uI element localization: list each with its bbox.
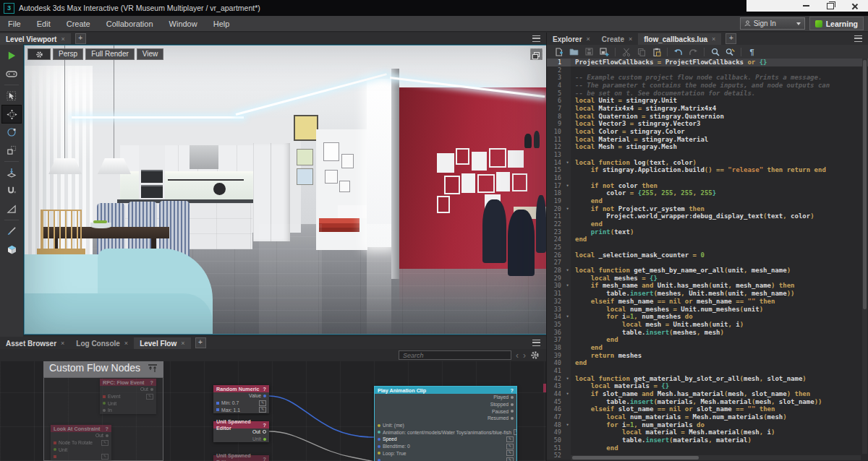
whitespace-toggle-button[interactable]: ¶ bbox=[747, 47, 757, 56]
pane-divider[interactable] bbox=[546, 33, 547, 461]
flow-node-play-animation-clip[interactable]: Play Animation Clip?PlayedStoppedPausedR… bbox=[374, 386, 517, 461]
test-level-button[interactable] bbox=[2, 65, 21, 82]
code-vscrollbar[interactable] bbox=[862, 59, 867, 454]
edit-value-icon[interactable]: ✎ bbox=[259, 407, 266, 413]
node-help-icon[interactable]: ? bbox=[263, 386, 266, 392]
flow-node-random-numeric[interactable]: Random Numeric?ValueMin: 0.7✎Max: 1.1✎ bbox=[213, 385, 269, 413]
edit-value-icon[interactable]: ✎ bbox=[506, 450, 514, 456]
panel-menu-icon[interactable] bbox=[532, 35, 540, 42]
tab-close-icon[interactable]: × bbox=[61, 340, 64, 347]
flow-node-unit-spawned-editor[interactable]: Unit Spawned Editor? bbox=[213, 455, 269, 461]
add-tab-button[interactable]: + bbox=[195, 337, 206, 348]
flow-settings-gear-icon[interactable] bbox=[530, 350, 540, 360]
drop-to-floor-tool[interactable] bbox=[2, 164, 21, 181]
flow-graph[interactable]: Custom Flow Nodes RPC: Flow Event?OutEve… bbox=[0, 361, 546, 461]
node-port[interactable] bbox=[103, 402, 106, 405]
node-port[interactable] bbox=[378, 452, 380, 454]
scale-tool[interactable] bbox=[2, 142, 21, 159]
node-help-icon[interactable]: ? bbox=[511, 387, 514, 394]
tab-close-icon[interactable]: × bbox=[61, 35, 64, 43]
tab-close-icon[interactable]: × bbox=[124, 340, 128, 347]
restore-icon[interactable] bbox=[827, 3, 834, 9]
play-button[interactable] bbox=[2, 47, 21, 64]
viewport-render[interactable] bbox=[25, 46, 546, 334]
menu-window[interactable]: Window bbox=[161, 20, 205, 28]
save-as-button[interactable] bbox=[600, 47, 609, 56]
node-help-icon[interactable]: ? bbox=[263, 422, 266, 428]
edit-value-icon[interactable]: ✎ bbox=[146, 394, 153, 400]
menu-create[interactable]: Create bbox=[59, 20, 98, 28]
edit-value-icon[interactable]: ✎ bbox=[514, 429, 516, 435]
edit-value-icon[interactable]: ✎ bbox=[506, 444, 514, 449]
code-editor[interactable]: 1ProjectFlowCallbacks = ProjectFlowCallb… bbox=[547, 59, 868, 461]
find-button[interactable] bbox=[710, 47, 720, 56]
node-port[interactable] bbox=[511, 417, 514, 420]
search-input[interactable] bbox=[399, 350, 511, 360]
tab-level-viewport[interactable]: Level Viewport × bbox=[0, 33, 71, 45]
snap-tool[interactable] bbox=[2, 182, 21, 199]
node-port[interactable] bbox=[54, 455, 56, 458]
node-port[interactable] bbox=[378, 438, 380, 441]
flow-node-unit-spawned-editor[interactable]: Unit Spawned Editor?OutUnit bbox=[213, 421, 269, 442]
node-port[interactable] bbox=[54, 448, 56, 451]
scrollbar-thumb[interactable] bbox=[863, 60, 867, 309]
tab-close-icon[interactable]: × bbox=[712, 35, 715, 43]
node-help-icon[interactable]: ? bbox=[150, 379, 153, 386]
angle-tool[interactable] bbox=[2, 200, 21, 217]
rotate-tool[interactable] bbox=[2, 124, 21, 141]
edit-value-icon[interactable]: ✎ bbox=[101, 440, 109, 446]
node-port[interactable] bbox=[54, 441, 56, 444]
tab-level-flow[interactable]: Level Flow × bbox=[134, 337, 190, 349]
edit-value-icon[interactable]: ✎ bbox=[101, 454, 109, 460]
node-port[interactable] bbox=[263, 438, 266, 441]
move-tool[interactable] bbox=[2, 105, 21, 123]
copy-button[interactable] bbox=[637, 47, 646, 56]
custom-flow-nodes-title[interactable]: Custom Flow Nodes bbox=[43, 361, 163, 377]
menu-file[interactable]: File bbox=[0, 20, 29, 28]
panel-menu-icon[interactable] bbox=[532, 340, 540, 346]
node-port[interactable] bbox=[103, 395, 106, 398]
tab-close-icon[interactable]: × bbox=[629, 35, 632, 43]
node-port[interactable] bbox=[511, 403, 514, 406]
edit-value-icon[interactable]: ✎ bbox=[506, 457, 514, 461]
node-port[interactable] bbox=[103, 409, 106, 412]
tab-create[interactable]: Create × bbox=[596, 33, 638, 45]
flow-node-rpc-flow-event[interactable]: RPC: Flow Event?OutEvent✎UnitIn bbox=[100, 379, 156, 414]
minimize-icon[interactable] bbox=[803, 5, 809, 7]
menu-collaboration[interactable]: Collaboration bbox=[98, 20, 161, 28]
cut-button[interactable] bbox=[621, 47, 631, 56]
scrollbar-thumb[interactable] bbox=[572, 456, 699, 460]
panel-menu-icon[interactable] bbox=[854, 35, 862, 42]
unit-tool[interactable] bbox=[2, 241, 21, 258]
undo-button[interactable] bbox=[673, 47, 683, 56]
node-port[interactable] bbox=[216, 402, 219, 405]
level-viewport[interactable]: Persp Full Render View bbox=[24, 45, 547, 335]
render-mode-button[interactable]: Full Render bbox=[85, 48, 135, 60]
camera-mode-button[interactable]: Persp bbox=[53, 48, 83, 60]
node-port[interactable] bbox=[150, 388, 153, 391]
node-port[interactable] bbox=[263, 395, 266, 397]
tab-close-icon[interactable]: × bbox=[587, 35, 590, 43]
select-tool[interactable] bbox=[2, 87, 21, 105]
tab-explorer[interactable]: Explorer × bbox=[547, 33, 596, 45]
node-port[interactable] bbox=[263, 430, 266, 434]
tab-flow-callbacks-lua[interactable]: flow_callbacks.lua × bbox=[638, 33, 721, 45]
open-script-button[interactable] bbox=[569, 47, 579, 56]
node-port[interactable] bbox=[378, 445, 380, 448]
paint-tool[interactable] bbox=[2, 223, 21, 240]
node-help-icon[interactable]: ? bbox=[263, 456, 266, 461]
collapse-tree-icon[interactable] bbox=[148, 363, 158, 373]
menu-edit[interactable]: Edit bbox=[29, 20, 59, 28]
edit-value-icon[interactable]: ✎ bbox=[506, 436, 514, 442]
code-hscrollbar[interactable] bbox=[571, 455, 861, 460]
redo-button[interactable] bbox=[689, 47, 698, 56]
node-port[interactable] bbox=[511, 396, 514, 399]
flow-node-look-at-constraint[interactable]: Look At Constraint?OutNode To Rotate✎Uni… bbox=[51, 425, 111, 460]
new-script-button[interactable] bbox=[554, 47, 563, 56]
node-port[interactable] bbox=[216, 408, 219, 411]
node-port[interactable] bbox=[511, 410, 514, 413]
save-button[interactable] bbox=[584, 47, 594, 56]
viewport-settings-button[interactable] bbox=[27, 48, 51, 60]
add-tab-button[interactable]: + bbox=[726, 33, 736, 44]
node-port[interactable] bbox=[378, 431, 380, 434]
